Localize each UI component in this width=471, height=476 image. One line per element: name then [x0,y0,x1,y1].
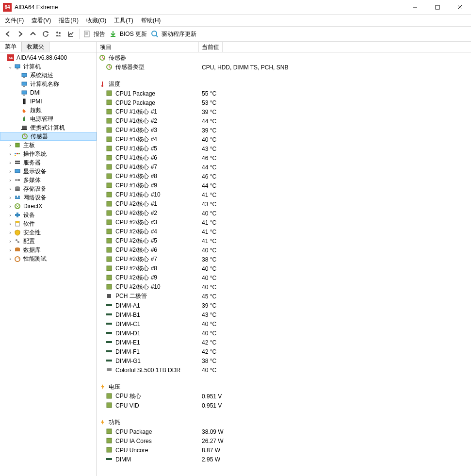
list-row[interactable]: DIMM-A139 °C [97,301,471,310]
expand-arrow-icon[interactable]: › [7,151,14,157]
expand-arrow-icon[interactable]: › [7,195,14,200]
list-row[interactable]: CPU #1/核心 #339 °C [97,126,471,135]
list-row[interactable]: CPU #1/核心 #139 °C [97,107,471,116]
list-row[interactable]: DIMM-E142 °C [97,338,471,347]
list-row[interactable]: CPU #2/核心 #940 °C [97,273,471,282]
tree-root[interactable]: 64AIDA64 v6.88.6400 [0,53,97,62]
expand-arrow-icon[interactable]: › [7,160,14,165]
list-row[interactable]: CPU #2/核心 #143 °C [97,199,471,209]
tree-sibling-4[interactable]: ›多媒体 [0,176,97,184]
menu-item-0[interactable]: 文件(F) [2,16,27,26]
maximize-button[interactable] [426,0,449,15]
report-button[interactable]: 报告 [92,30,108,38]
list-row[interactable]: CPU #1/核心 #744 °C [97,163,471,172]
list-row[interactable]: DIMM-C140 °C [97,319,471,328]
tree-sibling-0[interactable]: ›主板 [0,141,97,149]
list-row[interactable]: Colorful SL500 1TB DDR40 °C [97,365,471,375]
list-row[interactable]: CPU VID0.951 V [97,401,471,410]
list-row[interactable]: DIMM2.95 W [97,455,471,464]
tree-sibling-3[interactable]: ›显示设备 [0,167,97,176]
tree-sibling-11[interactable]: ›配置 [0,237,97,246]
driver-update-button[interactable]: 驱动程序更新 [160,30,199,38]
navigation-tree[interactable]: 64AIDA64 v6.88.6400⌄计算机系统概述计算机名称DMIIPMI超… [0,52,97,476]
expand-arrow-icon[interactable]: › [7,221,14,227]
menu-item-5[interactable]: 帮助(H) [138,16,164,26]
expand-arrow-icon[interactable]: › [7,204,14,209]
expand-arrow-icon[interactable]: › [7,256,14,262]
tree-computer-child-0[interactable]: 系统概述 [0,71,97,80]
list-row[interactable]: 传感器类型CPU, HDD, DIMM TS, PCH, SNB [97,63,471,72]
up-button[interactable] [27,28,39,40]
expand-arrow-icon[interactable]: › [7,230,14,235]
refresh-button[interactable] [40,28,51,40]
list-row[interactable]: CPU #1/核心 #1041 °C [97,190,471,199]
column-value[interactable]: 当前值 [199,42,223,52]
tree-computer-child-2[interactable]: DMI [0,88,97,97]
tree-sibling-8[interactable]: ›设备 [0,211,97,219]
expand-arrow-icon[interactable]: › [7,213,14,218]
tab-menu[interactable]: 菜单 [0,42,22,52]
tree-sibling-6[interactable]: ›网络设备 [0,193,97,202]
list-row[interactable]: CPU #1/核心 #846 °C [97,172,471,181]
tree-sibling-2[interactable]: ›服务器 [0,158,97,167]
tree-sibling-12[interactable]: ›数据库 [0,246,97,254]
tree-computer[interactable]: ⌄计算机 [0,62,97,71]
users-icon[interactable] [52,28,64,40]
back-button[interactable] [2,28,14,40]
expand-arrow-icon[interactable]: › [7,143,14,148]
list-row[interactable]: DIMM-D140 °C [97,328,471,338]
tree-computer-child-3[interactable]: IPMI [0,97,97,106]
expand-arrow-icon[interactable]: › [7,186,14,192]
menu-item-2[interactable]: 报告(R) [56,16,81,26]
tree-sibling-7[interactable]: ›DirectX [0,202,97,211]
menu-item-4[interactable]: 工具(T) [111,16,136,26]
list-row[interactable]: CPU #2/核心 #341 °C [97,218,471,227]
list-row[interactable]: CPU #1/核心 #543 °C [97,144,471,153]
list-row[interactable]: CPU Uncore8.87 W [97,445,471,455]
list-row[interactable]: CPU IA Cores26.27 W [97,436,471,445]
tree-computer-child-6[interactable]: 便携式计算机 [0,123,97,132]
list-body[interactable]: 传感器传感器类型CPU, HDD, DIMM TS, PCH, SNB温度CPU… [97,52,471,476]
tree-sibling-10[interactable]: ›安全性 [0,228,97,237]
bios-update-button[interactable]: BIOS 更新 [118,30,150,38]
expand-arrow-icon[interactable]: › [7,169,14,174]
list-row[interactable]: CPU #1/核心 #244 °C [97,116,471,126]
tree-sibling-13[interactable]: ›性能测试 [0,254,97,263]
list-row[interactable]: DIMM-G138 °C [97,356,471,365]
list-row[interactable]: CPU 核心0.951 V [97,392,471,401]
tree-computer-child-7[interactable]: 传感器 [0,132,97,141]
list-row[interactable]: CPU #2/核心 #1040 °C [97,282,471,292]
list-row[interactable]: DIMM-B143 °C [97,310,471,319]
list-row[interactable]: CPU Package38.09 W [97,427,471,436]
tree-sibling-1[interactable]: ›操作系统 [0,149,97,158]
list-row[interactable]: CPU #2/核心 #840 °C [97,264,471,273]
expand-arrow-icon[interactable]: › [7,239,14,244]
tree-sibling-5[interactable]: ›存储设备 [0,184,97,193]
list-row[interactable]: PCH 二极管45 °C [97,292,471,301]
list-row[interactable]: CPU #1/核心 #440 °C [97,135,471,144]
list-row[interactable]: CPU #2/核心 #541 °C [97,236,471,246]
list-row[interactable]: CPU #1/核心 #646 °C [97,153,471,163]
minimize-button[interactable] [404,0,426,15]
list-row[interactable]: CPU #1/核心 #944 °C [97,181,471,190]
list-row[interactable]: DIMM-F142 °C [97,347,471,356]
graph-icon[interactable] [65,28,77,40]
menu-item-1[interactable]: 查看(V) [29,16,54,26]
tree-sibling-9[interactable]: ›软件 [0,219,97,228]
list-row[interactable]: CPU #2/核心 #738 °C [97,255,471,264]
column-item[interactable]: 项目 [97,42,199,52]
tree-computer-child-4[interactable]: 超频 [0,106,97,115]
menu-item-3[interactable]: 收藏(O) [83,16,109,26]
list-row[interactable]: CPU #2/核心 #640 °C [97,246,471,255]
list-row[interactable]: CPU #2/核心 #240 °C [97,209,471,218]
expand-arrow-icon[interactable]: › [7,247,14,253]
forward-button[interactable] [15,28,26,40]
tab-favorites[interactable]: 收藏夹 [22,42,49,52]
list-row[interactable]: CPU2 Package53 °C [97,98,471,107]
close-button[interactable] [449,0,471,15]
tree-computer-child-5[interactable]: 电源管理 [0,115,97,123]
expand-arrow-icon[interactable]: ⌄ [7,64,14,69]
expand-arrow-icon[interactable]: › [7,178,14,183]
tree-computer-child-1[interactable]: 计算机名称 [0,80,97,88]
list-row[interactable]: CPU1 Package55 °C [97,89,471,98]
